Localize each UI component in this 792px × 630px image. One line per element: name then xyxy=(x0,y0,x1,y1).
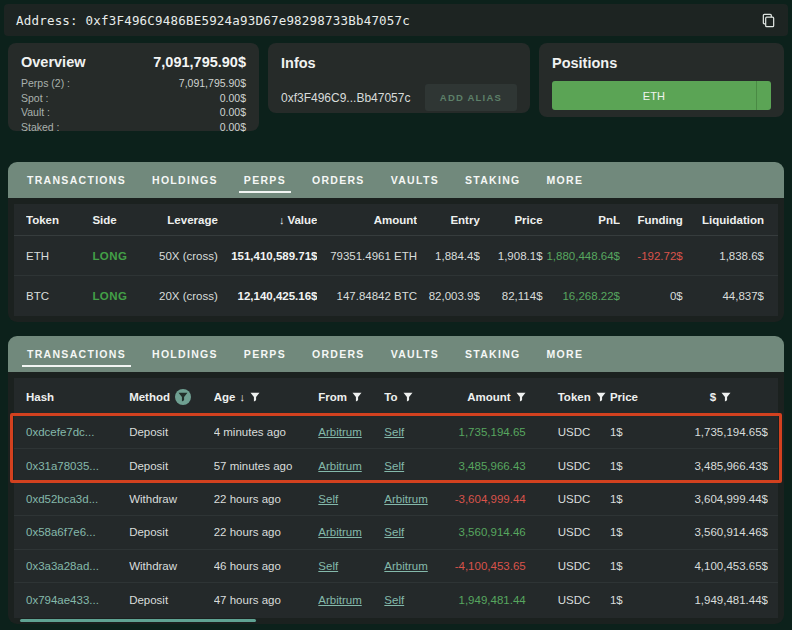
col-header-liquidation[interactable]: Liquidation xyxy=(683,214,764,226)
tx-to-link[interactable]: Arbitrum xyxy=(384,560,427,572)
overview-row-label: Staked : xyxy=(21,120,60,135)
tx-token: USDC xyxy=(536,560,610,572)
tx-to-link[interactable]: Self xyxy=(384,594,404,606)
tab-label: PERPS xyxy=(244,348,286,360)
tx-from-link[interactable]: Self xyxy=(318,493,338,505)
col-header-usd[interactable]: $ xyxy=(662,391,768,403)
col-header-amount[interactable]: Amount xyxy=(317,214,417,226)
col-header-amount[interactable]: Amount xyxy=(447,391,536,403)
tab-more[interactable]: MORE xyxy=(534,336,597,372)
col-header-funding[interactable]: Funding xyxy=(620,214,683,226)
horizontal-scrollbar-thumb[interactable] xyxy=(20,619,256,622)
tx-age: 22 hours ago xyxy=(214,493,319,505)
position-segment-eth[interactable]: ETH xyxy=(552,81,756,110)
col-header-hash[interactable]: Hash xyxy=(26,391,129,403)
overview-breakdown: Perps (2) : 7,091,795.90$ Spot : 0.00$ V… xyxy=(21,76,246,134)
transactions-tabbar: TRANSACTIONS HOLDINGS PERPS ORDERS VAULT… xyxy=(8,336,784,372)
column-header-label: Token xyxy=(558,391,591,403)
tab-holdings[interactable]: HOLDINGS xyxy=(139,336,231,372)
col-header-entry[interactable]: Entry xyxy=(417,214,480,226)
col-header-side[interactable]: Side xyxy=(92,214,155,226)
tx-to-link[interactable]: Self xyxy=(384,460,404,472)
tx-amount: 3,485,966.43 xyxy=(447,460,536,472)
positions-bar: ETH xyxy=(552,81,771,110)
tx-method: Withdraw xyxy=(129,493,214,505)
wallet-address: Address: 0xf3F496C9486BE5924a93D67e98298… xyxy=(16,13,410,28)
infos-title: Infos xyxy=(281,55,316,71)
tx-amount: -4,100,453.65 xyxy=(447,560,536,572)
tx-from-link[interactable]: Arbitrum xyxy=(318,594,361,606)
tab-more[interactable]: MORE xyxy=(534,162,597,198)
column-header-label: Method xyxy=(129,391,170,403)
tab-staking[interactable]: STAKING xyxy=(452,336,534,372)
perps-pnl: 16,268.22$ xyxy=(543,290,620,302)
col-header-to[interactable]: To xyxy=(384,391,446,403)
filter-icon[interactable] xyxy=(352,392,362,402)
transactions-table: Hash Method Age ↓ From To Amount Token xyxy=(14,378,778,618)
tab-label: VAULTS xyxy=(391,174,439,186)
filter-icon[interactable] xyxy=(250,392,260,402)
filter-icon[interactable] xyxy=(721,392,731,402)
col-header-token[interactable]: Token xyxy=(536,391,610,403)
tab-orders[interactable]: ORDERS xyxy=(299,162,378,198)
tab-transactions[interactable]: TRANSACTIONS xyxy=(14,336,139,372)
tx-from-link[interactable]: Self xyxy=(318,560,338,572)
tab-vaults[interactable]: VAULTS xyxy=(378,336,452,372)
col-header-price[interactable]: Price xyxy=(610,391,662,403)
tx-hash-link[interactable]: 0x31a78035... xyxy=(26,460,99,472)
transactions-table-header: Hash Method Age ↓ From To Amount Token xyxy=(14,378,778,416)
tx-method: Deposit xyxy=(129,426,214,438)
tab-perps[interactable]: PERPS xyxy=(231,162,299,198)
transaction-row: 0x58a6f7e6... Deposit 22 hours ago Arbit… xyxy=(14,516,778,549)
column-header-label: Age xyxy=(214,391,236,403)
col-header-token[interactable]: Token xyxy=(26,214,92,226)
tx-from-link[interactable]: Arbitrum xyxy=(318,526,361,538)
col-header-method[interactable]: Method xyxy=(129,389,214,405)
filter-icon[interactable] xyxy=(516,392,526,402)
col-header-price[interactable]: Price xyxy=(480,214,543,226)
tx-to-link[interactable]: Self xyxy=(384,526,404,538)
tab-label: MORE xyxy=(547,174,584,186)
perps-entry: 82,003.9$ xyxy=(417,290,480,302)
perps-value: 151,410,589.71$ xyxy=(218,250,318,262)
filter-icon[interactable] xyxy=(403,392,413,402)
tx-method: Deposit xyxy=(129,594,214,606)
tx-hash-link[interactable]: 0x3a3a28ad... xyxy=(26,560,99,572)
tx-method: Withdraw xyxy=(129,560,214,572)
filter-icon[interactable] xyxy=(175,389,191,405)
col-header-pnl[interactable]: PnL xyxy=(543,214,620,226)
tab-perps[interactable]: PERPS xyxy=(231,336,299,372)
col-header-age[interactable]: Age ↓ xyxy=(214,391,319,403)
tab-vaults[interactable]: VAULTS xyxy=(378,162,452,198)
tx-to-link[interactable]: Arbitrum xyxy=(384,493,427,505)
column-header-label: From xyxy=(318,391,347,403)
tab-staking[interactable]: STAKING xyxy=(452,162,534,198)
tx-hash-link[interactable]: 0x58a6f7e6... xyxy=(26,526,96,538)
tab-transactions[interactable]: TRANSACTIONS xyxy=(14,162,139,198)
tx-from-link[interactable]: Arbitrum xyxy=(318,460,361,472)
tab-holdings[interactable]: HOLDINGS xyxy=(139,162,231,198)
positions-card: Positions ETH xyxy=(539,43,784,117)
perps-pnl: 1,880,448.64$ xyxy=(543,250,620,262)
tx-amount: -3,604,999.44 xyxy=(447,493,536,505)
col-header-value[interactable]: ↓ Value xyxy=(218,214,318,226)
filter-icon[interactable] xyxy=(596,392,606,402)
copy-icon[interactable] xyxy=(761,13,776,28)
tx-from-link[interactable]: Arbitrum xyxy=(318,426,361,438)
tx-amount: 3,560,914.46 xyxy=(447,526,536,538)
tab-label: MORE xyxy=(547,348,584,360)
position-segment-other[interactable] xyxy=(756,81,771,110)
col-header-from[interactable]: From xyxy=(318,391,384,403)
col-header-leverage[interactable]: Leverage xyxy=(155,214,218,226)
column-header-label: Hash xyxy=(26,391,54,403)
tx-age: 22 hours ago xyxy=(214,526,319,538)
sort-desc-icon[interactable]: ↓ xyxy=(239,391,245,403)
tx-hash-link[interactable]: 0x794ae433... xyxy=(26,594,99,606)
tx-to-link[interactable]: Self xyxy=(384,426,404,438)
add-alias-button[interactable]: ADD ALIAS xyxy=(425,84,517,111)
tab-orders[interactable]: ORDERS xyxy=(299,336,378,372)
perps-leverage: 20X (cross) xyxy=(155,290,218,302)
tx-hash-link[interactable]: 0xd52bca3d... xyxy=(26,493,98,505)
tx-method: Deposit xyxy=(129,460,214,472)
tx-hash-link[interactable]: 0xdcefe7dc... xyxy=(26,426,94,438)
